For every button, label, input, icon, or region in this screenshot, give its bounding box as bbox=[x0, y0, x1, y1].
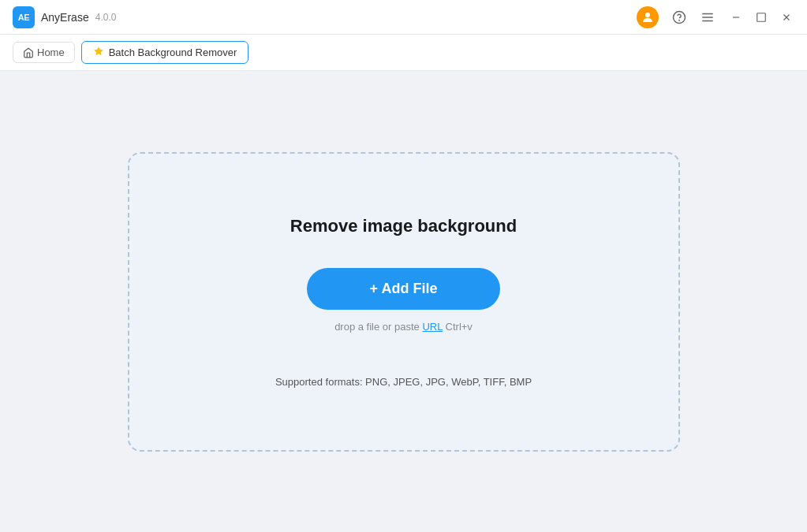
svg-marker-10 bbox=[94, 47, 103, 55]
supported-formats: Supported formats: PNG, JPEG, JPG, WebP,… bbox=[275, 376, 532, 388]
app-name: AnyErase bbox=[41, 11, 89, 24]
url-link[interactable]: URL bbox=[422, 321, 443, 333]
menu-icon[interactable] bbox=[700, 9, 715, 25]
user-avatar-icon[interactable] bbox=[637, 6, 659, 28]
help-icon[interactable] bbox=[671, 9, 687, 25]
add-file-button[interactable]: + Add File bbox=[307, 268, 501, 310]
svg-point-0 bbox=[645, 13, 650, 17]
svg-rect-7 bbox=[757, 13, 766, 21]
window-controls bbox=[728, 9, 794, 25]
title-bar: AE AnyErase 4.0.0 bbox=[0, 0, 807, 35]
title-bar-left: AE AnyErase 4.0.0 bbox=[13, 6, 116, 28]
close-button[interactable] bbox=[779, 9, 794, 25]
drop-zone[interactable]: Remove image background + Add File drop … bbox=[128, 152, 680, 452]
diamond-icon bbox=[93, 46, 104, 59]
drop-zone-title: Remove image background bbox=[290, 216, 517, 236]
minimize-button[interactable] bbox=[728, 9, 744, 25]
batch-background-remover-tab[interactable]: Batch Background Remover bbox=[81, 41, 249, 64]
main-content: Remove image background + Add File drop … bbox=[0, 71, 807, 532]
drop-hint: drop a file or paste URL Ctrl+v bbox=[334, 321, 473, 333]
app-version: 4.0.0 bbox=[95, 12, 117, 23]
title-bar-right bbox=[637, 6, 794, 28]
home-nav-button[interactable]: Home bbox=[13, 42, 75, 63]
nav-bar: Home Batch Background Remover bbox=[0, 35, 807, 71]
maximize-button[interactable] bbox=[753, 9, 769, 25]
app-logo: AE bbox=[13, 6, 35, 28]
